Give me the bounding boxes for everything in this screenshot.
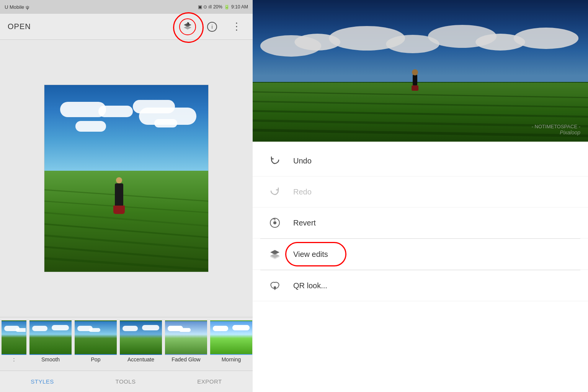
status-icons: ▣ ⊙ ıll: [198, 4, 212, 10]
info-button[interactable]: i: [204, 18, 220, 35]
layers-icon: [182, 21, 193, 32]
list-item[interactable]: Pop: [73, 320, 118, 363]
info-icon: i: [207, 22, 217, 32]
qr-look-label: QR look...: [293, 281, 327, 290]
redo-menu-item[interactable]: Redo: [253, 176, 588, 207]
thumbnail-label: Pop: [75, 356, 117, 363]
undo-menu-item[interactable]: Undo: [253, 145, 588, 176]
bottom-tabs: STYLES TOOLS EXPORT: [0, 371, 253, 392]
image-field: [44, 171, 208, 272]
status-bar: U Mobile ψ ▣ ⊙ ıll 20% 🔋 9:10 AM: [0, 0, 253, 14]
toolbar-icons: i ⋮: [179, 18, 245, 35]
view-edits-menu-item[interactable]: View edits: [253, 239, 588, 270]
left-panel: U Mobile ψ ▣ ⊙ ıll 20% 🔋 9:10 AM OPEN: [0, 0, 253, 392]
svg-point-37: [274, 289, 276, 290]
cloud-4: [75, 121, 106, 132]
tab-styles[interactable]: STYLES: [23, 375, 62, 388]
person-figure: [115, 183, 123, 206]
redo-label: Redo: [293, 188, 312, 196]
layers-button[interactable]: [179, 18, 196, 35]
thumbnail-image: [120, 320, 162, 355]
watermark: - NOTIMETOSPACE - Pixaloop: [532, 124, 580, 136]
battery-icon: 🔋: [224, 4, 230, 10]
watermark-line2: Pixaloop: [532, 129, 580, 136]
revert-menu-item[interactable]: Revert: [253, 207, 588, 238]
battery-text: 20%: [213, 4, 222, 10]
more-button[interactable]: ⋮: [228, 18, 245, 35]
list-item[interactable]: :: [0, 320, 28, 363]
svg-point-31: [273, 221, 276, 224]
person-skirt: [113, 206, 125, 214]
carrier-text: U Mobile ψ: [5, 4, 29, 10]
thumbnail-image: [210, 320, 252, 355]
status-right: ▣ ⊙ ıll 20% 🔋 9:10 AM: [198, 4, 248, 10]
status-left: U Mobile ψ: [5, 4, 29, 10]
svg-marker-1: [184, 26, 191, 29]
time-text: 9:10 AM: [231, 4, 248, 10]
thumbnail-strip: : Smooth Pop Accentuate Faded Glow: [0, 317, 253, 371]
image-clouds: [52, 100, 200, 165]
right-preview: - NOTIMETOSPACE - Pixaloop: [253, 0, 588, 142]
thumbnail-image: [165, 320, 207, 355]
menu-container: Undo Redo Revert: [253, 142, 588, 392]
revert-label: Revert: [293, 219, 316, 227]
thumbnail-image: [29, 320, 72, 355]
list-item[interactable]: Morning: [209, 320, 253, 363]
view-edits-label: View edits: [293, 250, 328, 259]
right-panel: - NOTIMETOSPACE - Pixaloop Undo Redo: [253, 0, 588, 392]
revert-icon: [268, 216, 282, 230]
thumbnail-image: [2, 320, 26, 355]
tab-export[interactable]: EXPORT: [189, 375, 229, 388]
field-lines-svg: [44, 171, 208, 272]
thumbnail-label: Accentuate: [120, 356, 162, 363]
tab-tools[interactable]: TOOLS: [108, 375, 144, 388]
cloud-2: [98, 106, 133, 117]
svg-text:i: i: [211, 24, 212, 30]
person-head: [116, 177, 122, 183]
list-item[interactable]: Smooth: [28, 320, 73, 363]
thumbnail-label: Faded Glow: [165, 356, 207, 363]
thumbnail-label: Smooth: [29, 356, 72, 363]
cloud-5: [154, 119, 177, 127]
view-edits-icon: [268, 247, 282, 261]
thumbnail-label: :: [2, 356, 26, 363]
top-toolbar: OPEN i ⋮: [0, 14, 253, 40]
qr-look-icon: [268, 279, 282, 292]
cloud-6: [133, 100, 175, 113]
undo-label: Undo: [293, 157, 312, 165]
list-item[interactable]: Accentuate: [118, 320, 163, 363]
more-icon: ⋮: [232, 21, 242, 33]
thumbnail-image: [75, 320, 117, 355]
right-image-overlay: [253, 0, 588, 142]
thumbnail-label: Morning: [210, 356, 252, 363]
redo-icon: [268, 185, 282, 199]
main-image-container: [0, 40, 253, 317]
svg-rect-4: [44, 171, 208, 272]
qr-look-menu-item[interactable]: QR look...: [253, 270, 588, 301]
main-image: [44, 85, 209, 272]
watermark-line1: - NOTIMETOSPACE -: [532, 124, 580, 129]
list-item[interactable]: Faded Glow: [163, 320, 209, 363]
undo-icon: [268, 154, 282, 168]
open-label: OPEN: [8, 22, 31, 31]
right-image: [253, 0, 588, 142]
